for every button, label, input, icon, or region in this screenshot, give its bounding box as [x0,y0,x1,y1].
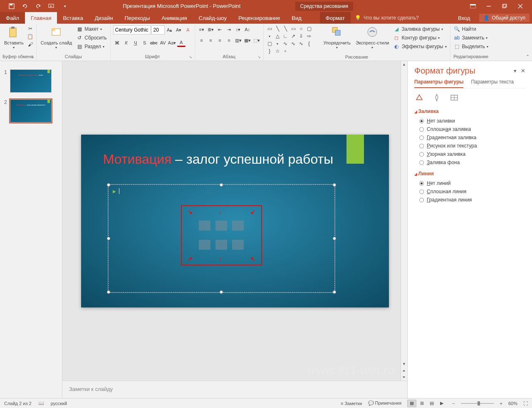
shape-more1-icon[interactable]: ▾ [266,33,273,39]
handle-tr[interactable] [333,183,336,187]
fill-section-header[interactable]: Заливка [414,108,525,114]
shape-curve-icon[interactable]: ∿ [282,40,289,47]
handle-tm[interactable] [220,183,223,187]
scroll-up-icon[interactable]: ▲ [401,61,407,68]
font-launcher-icon[interactable]: ↘ [189,55,194,60]
notes-toggle[interactable]: ≡ Заметки [341,401,362,406]
align-right-icon[interactable]: ≡ [216,36,224,44]
underline-icon[interactable]: Ч [131,39,140,47]
line-section-header[interactable]: Линия [414,171,525,177]
char-spacing-icon[interactable]: AV [159,39,167,47]
shadow-icon[interactable]: S [141,39,149,47]
fill-pattern-radio[interactable]: Узорная заливка [414,150,525,158]
shapes-gallery[interactable]: ▭ ╲ ╲ ▭ ○ ▢ ▾ △ ∟ ↗ ⇩ ⇨ ▢ ▾ ∿ ∿ ∿ { } ☆ [266,25,320,54]
language-indicator[interactable]: русский [51,401,67,406]
layout-button[interactable]: ▦Макет▾ [75,25,107,33]
shape-rect-icon[interactable]: ▭ [290,25,297,32]
pane-tab-text[interactable]: Параметры текста [471,79,514,88]
insert-online-pic-icon[interactable] [215,240,227,250]
shape-brace2-icon[interactable]: } [266,48,273,54]
cut-icon[interactable]: ✂ [27,25,34,32]
smartart-icon[interactable]: ⬚▾ [252,36,261,44]
slide-title-text[interactable]: Мотивация – залог успешной работы [81,151,356,167]
paste-button[interactable]: Вставить▾ [2,25,25,51]
change-case-icon[interactable]: Aa▾ [168,39,176,47]
thumbnail-2[interactable]: 2 Мотивация – залог успешной работы [0,98,62,128]
tab-transitions[interactable]: Переходы [119,12,156,24]
pane-close-icon[interactable]: ✕ [521,68,525,74]
slide-counter[interactable]: Слайд 2 из 2 [4,401,32,406]
comments-toggle[interactable]: 💬 Примечания [368,401,402,406]
tab-review[interactable]: Рецензирование [233,12,286,24]
insert-table-icon[interactable] [199,221,210,231]
insert-video-icon[interactable] [232,240,244,250]
reset-button[interactable]: ↺Сбросить [75,34,107,42]
grow-font-icon[interactable]: A▴ [166,26,174,34]
tab-home[interactable]: Главная [25,12,57,24]
shape-arrow-icon[interactable]: ↗ [290,33,297,39]
close-icon[interactable] [517,3,524,10]
text-direction-icon[interactable]: A↕ [243,25,252,34]
vertical-scrollbar[interactable]: ▲ ▼ ⏶ ⏷ [401,61,407,381]
clipboard-launcher-icon[interactable]: ↘ [30,55,35,60]
fit-window-icon[interactable]: ⛶ [523,401,528,406]
tab-insert[interactable]: Вставка [57,12,89,24]
shape-l-icon[interactable]: ∟ [282,33,289,39]
bold-icon[interactable]: Ж [113,39,121,47]
zoom-slider[interactable] [461,403,494,404]
undo-icon[interactable] [22,3,28,10]
decrease-indent-icon[interactable]: ⇤ [216,25,224,34]
fill-line-category-icon[interactable] [414,93,424,103]
shape-arrow2-icon[interactable]: ⇨ [306,33,313,39]
save-icon[interactable] [8,3,15,10]
redo-icon[interactable] [35,3,42,10]
handle-bl[interactable] [107,290,110,294]
numbering-icon[interactable]: ≣▾ [207,25,215,34]
next-slide-icon[interactable]: ⏷ [401,374,407,381]
fill-gradient-radio[interactable]: Градиентная заливка [414,133,525,142]
notes-pane[interactable]: Заметки к слайду [62,381,407,398]
line-spacing-icon[interactable]: ↕▾ [234,25,242,34]
prev-slide-icon[interactable]: ⏶ [401,367,407,374]
shape-effects-button[interactable]: ◐Эффекты фигуры▾ [392,43,447,50]
font-color-icon[interactable]: A [177,39,186,47]
justify-icon[interactable]: ≡ [225,36,233,44]
shape-curve3-icon[interactable]: ∿ [298,40,305,47]
zoom-in-icon[interactable]: + [500,401,502,406]
tab-design[interactable]: Дизайн [89,12,119,24]
start-from-beginning-icon[interactable] [48,3,55,10]
handle-br[interactable] [333,290,336,294]
qat-customize-icon[interactable]: ▾ [62,3,68,10]
arrange-button[interactable]: Упорядочить▾ [322,25,352,51]
shape-outline-button[interactable]: ◻Контур фигуры▾ [392,34,447,42]
shape-curve2-icon[interactable]: ∿ [290,40,297,47]
slide-canvas-area[interactable]: Мотивация – залог успешной работы ▶ ↘ [62,61,407,381]
slideshow-view-icon[interactable]: ▶ [437,400,446,407]
fill-none-radio[interactable]: Нет заливки [414,117,525,125]
pane-tab-shape[interactable]: Параметры фигуры [414,79,463,88]
bullets-icon[interactable]: ≡▾ [198,25,206,34]
shape-triangle-icon[interactable]: △ [274,33,281,39]
ribbon-display-icon[interactable] [470,3,476,10]
new-slide-button[interactable]: Создать слайд▾ [39,25,74,51]
signin-button[interactable]: Вход [452,15,476,21]
shape-star-icon[interactable]: ☆ [274,48,281,54]
copy-icon[interactable]: 📋 [27,33,34,40]
sorter-view-icon[interactable]: ⊞ [417,400,426,407]
zoom-level[interactable]: 60% [508,401,517,406]
quick-styles-button[interactable]: Экспресс-стили▾ [354,25,391,51]
tab-view[interactable]: Вид [286,12,307,24]
shape-oval-icon[interactable]: ○ [298,25,305,32]
shape-textbox-icon[interactable]: ▭ [266,25,273,32]
fill-bg-radio[interactable]: Заливка фона [414,158,525,167]
strike-icon[interactable]: abc [150,39,158,47]
tab-slideshow[interactable]: Слайд-шоу [193,12,233,24]
reading-view-icon[interactable]: ▤ [427,400,436,407]
collapse-ribbon-icon[interactable]: ⌃ [526,54,530,59]
align-center-icon[interactable]: ≡ [207,36,215,44]
shape-more2-icon[interactable]: ▾ [274,40,281,47]
shape-brace-icon[interactable]: { [306,40,313,47]
effects-category-icon[interactable] [432,93,442,103]
line-solid-radio[interactable]: Сплошная линия [414,187,525,196]
handle-mr[interactable] [333,237,336,240]
